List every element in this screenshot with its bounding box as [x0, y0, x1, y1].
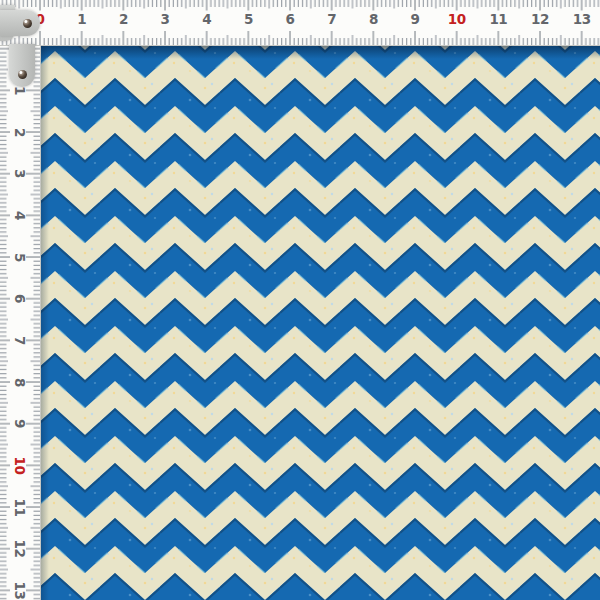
hinge-rivet-left [18, 70, 27, 79]
left-ruler-number-5: 5 [12, 244, 27, 270]
left-ruler-number-3: 3 [12, 161, 27, 187]
left-ruler-number-6: 6 [12, 286, 27, 312]
top-ruler-number-3: 3 [153, 12, 177, 27]
left-ruler-number-10: 10 [12, 452, 27, 478]
left-ruler-number-4: 4 [12, 202, 27, 228]
left-ruler-number-9: 9 [12, 411, 27, 437]
left-ruler: 12345678910111213 [0, 46, 41, 600]
chevron-pattern-canvas [41, 46, 600, 600]
top-ruler-number-10: 10 [445, 12, 469, 27]
left-ruler-number-11: 11 [12, 494, 27, 520]
top-ruler-number-5: 5 [236, 12, 260, 27]
ruler-hinge-arm-vertical [9, 44, 35, 87]
left-ruler-number-8: 8 [12, 369, 27, 395]
top-ruler-number-13: 13 [570, 12, 594, 27]
hinge-rivet-top [23, 19, 32, 28]
top-ruler-number-11: 11 [486, 12, 510, 27]
left-ruler-number-12: 12 [12, 536, 27, 562]
top-ruler-number-7: 7 [320, 12, 344, 27]
top-ruler-number-4: 4 [195, 12, 219, 27]
ruler-hinge-arm-horizontal [0, 10, 40, 36]
top-ruler-number-8: 8 [361, 12, 385, 27]
left-ruler-number-13: 13 [12, 577, 27, 600]
top-ruler-number-9: 9 [403, 12, 427, 27]
top-ruler-number-2: 2 [111, 12, 135, 27]
top-ruler-number-12: 12 [528, 12, 552, 27]
fabric-chevron-pattern [41, 46, 600, 600]
left-ruler-number-7: 7 [12, 327, 27, 353]
top-ruler-number-1: 1 [70, 12, 94, 27]
fabric-swatch-photo: 012345678910111213 [0, 0, 600, 600]
top-ruler: 012345678910111213 [0, 0, 600, 46]
left-ruler-number-2: 2 [12, 119, 27, 145]
top-ruler-number-6: 6 [278, 12, 302, 27]
